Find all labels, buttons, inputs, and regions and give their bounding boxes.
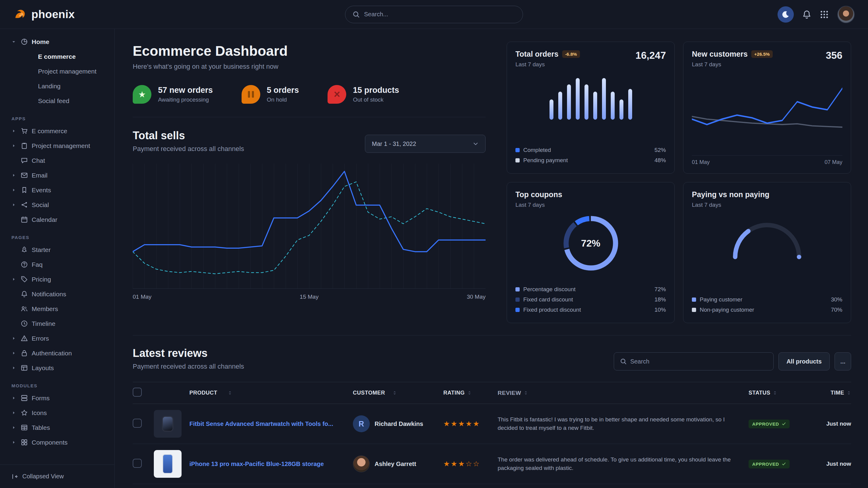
legend-swatch	[692, 297, 696, 302]
sidebar-item-faq[interactable]: Faq	[11, 257, 107, 272]
components-icon	[21, 439, 28, 446]
stat-value: 5 orders	[267, 86, 299, 95]
bar	[558, 92, 562, 120]
select-all-checkbox[interactable]	[133, 388, 142, 397]
sort-icon[interactable]	[773, 391, 777, 395]
all-products-button[interactable]: All products	[778, 352, 830, 370]
bar	[602, 78, 606, 120]
sidebar-item-label: Timeline	[32, 320, 56, 327]
legend-value: 72%	[654, 286, 666, 293]
clipboard-icon	[21, 142, 28, 149]
caret-right-icon	[11, 188, 17, 192]
legend-swatch	[516, 287, 520, 291]
sort-icon[interactable]	[228, 391, 232, 395]
sidebar-item-notifications[interactable]: Notifications	[11, 287, 107, 301]
theme-toggle-button[interactable]	[777, 6, 794, 23]
stat-value: 57 new orders	[158, 86, 213, 95]
table-row: iPhone 13 pro max-Pacific Blue-128GB sto…	[133, 444, 851, 484]
sidebar-item-label: Faq	[32, 261, 42, 268]
chevron-down-icon	[473, 141, 478, 147]
brand[interactable]: phoenix	[13, 7, 75, 22]
sidebar-item-project-management[interactable]: Project management	[11, 138, 107, 153]
caret-right-icon	[11, 202, 17, 207]
sidebar-item-forms[interactable]: Forms	[11, 391, 107, 405]
customer-name: Ashley Garrett	[375, 461, 416, 467]
product-link[interactable]: iPhone 13 pro max-Pacific Blue-128GB sto…	[189, 461, 324, 467]
caret-right-icon	[11, 336, 17, 340]
sidebar-item-events[interactable]: Events	[11, 183, 107, 197]
calendar-icon	[21, 216, 28, 223]
sidebar-item-layouts[interactable]: Layouts	[11, 360, 107, 375]
legend-swatch	[516, 297, 520, 302]
sidebar-item-chat[interactable]: Chat	[11, 153, 107, 168]
sort-icon[interactable]	[392, 391, 397, 395]
sidebar-item-members[interactable]: Members	[11, 301, 107, 316]
sidebar-item-landing[interactable]: Landing	[11, 79, 107, 93]
search-input[interactable]	[364, 11, 516, 18]
bar	[567, 85, 571, 120]
sidebar-item-label: E commerce	[32, 128, 67, 135]
bar	[628, 89, 632, 120]
sidebar-nav: HomeE commerceProject managementLandingS…	[0, 29, 114, 464]
grid-icon	[820, 10, 829, 19]
product-link[interactable]: Fitbit Sense Advanced Smartwatch with To…	[189, 421, 333, 427]
sidebar-item-label: Chat	[32, 157, 45, 164]
notifications-button[interactable]	[802, 10, 811, 19]
sort-icon[interactable]	[524, 391, 528, 395]
sidebar-item-label: Email	[32, 172, 48, 179]
sidebar-item-icons[interactable]: Icons	[11, 405, 107, 420]
global-search[interactable]	[345, 6, 523, 23]
users-icon	[21, 305, 28, 312]
sidebar-item-timeline[interactable]: Timeline	[11, 316, 107, 331]
sidebar-item-calendar[interactable]: Calendar	[11, 212, 107, 227]
stat-blob-icon	[242, 85, 260, 104]
page-subtitle: Here's what's going on at your business …	[133, 63, 486, 70]
card-period: Last 7 days	[516, 202, 562, 208]
row-checkbox[interactable]	[133, 459, 142, 468]
total-orders-value: 16,247	[636, 50, 666, 61]
sidebar-item-authentication[interactable]: Authentication	[11, 346, 107, 360]
legend-item: Non-paying customer 70%	[692, 305, 842, 315]
sidebar-item-tables[interactable]: Tables	[11, 420, 107, 435]
sidebar-item-pricing[interactable]: Pricing	[11, 272, 107, 287]
total-orders-card: Total orders -6.8% Last 7 days 16,247 Co…	[507, 42, 675, 174]
page-title: Ecommerce Dashboard	[133, 43, 486, 59]
phoenix-logo-icon	[13, 7, 27, 22]
sidebar-item-project-management[interactable]: Project management	[11, 64, 107, 79]
bar	[593, 92, 597, 120]
collapsed-view-toggle[interactable]: Collapsed View	[0, 464, 114, 488]
more-options-button[interactable]: ...	[835, 352, 851, 370]
sidebar-item-email[interactable]: Email	[11, 168, 107, 183]
caret-right-icon	[11, 173, 17, 177]
sidebar-item-errors[interactable]: Errors	[11, 331, 107, 346]
caret-right-icon	[11, 351, 17, 355]
date-range-value: Mar 1 - 31, 2022	[372, 140, 416, 148]
row-checkbox[interactable]	[133, 419, 142, 428]
sidebar-section-label: APPS	[11, 116, 107, 121]
legend-label: Paying customer	[700, 296, 743, 303]
sidebar-item-social-feed[interactable]: Social feed	[11, 93, 107, 108]
apps-grid-button[interactable]	[820, 10, 829, 19]
legend-label: Pending payment	[523, 157, 568, 164]
divider	[133, 117, 486, 117]
date-range-select[interactable]: Mar 1 - 31, 2022	[365, 135, 486, 153]
sidebar-item-starter[interactable]: Starter	[11, 242, 107, 257]
review-time: Just now	[809, 421, 851, 427]
latest-reviews-section: Latest reviews Payment received across a…	[133, 347, 851, 488]
sidebar-item-home[interactable]: Home	[11, 34, 107, 49]
legend-item: Fixed product discount 10%	[516, 305, 666, 315]
sort-icon[interactable]	[846, 391, 851, 395]
table-row	[133, 484, 851, 488]
stat-sublabel: Awaiting processing	[158, 96, 213, 103]
new-customers-line-chart	[692, 72, 842, 153]
sidebar-item-e-commerce[interactable]: E commerce	[11, 124, 107, 138]
caret-right-icon	[11, 277, 17, 282]
reviews-search-input[interactable]	[630, 358, 767, 365]
sidebar-item-components[interactable]: Components	[11, 435, 107, 450]
collapsed-view-label: Collapsed View	[22, 473, 64, 480]
sidebar-item-social[interactable]: Social	[11, 197, 107, 212]
user-avatar[interactable]	[837, 6, 855, 23]
sort-icon[interactable]	[467, 391, 472, 395]
reviews-search[interactable]	[614, 352, 774, 370]
sidebar-item-e-commerce[interactable]: E commerce	[11, 49, 107, 64]
